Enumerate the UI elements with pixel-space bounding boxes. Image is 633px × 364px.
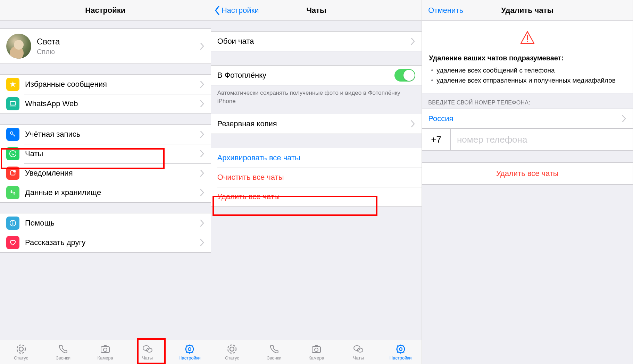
- tab-settings[interactable]: Настройки: [387, 344, 415, 361]
- chevron-right-icon: [411, 120, 415, 127]
- phone-input[interactable]: [451, 129, 633, 150]
- row-label: Удалить все чаты: [217, 192, 416, 201]
- key-icon: [6, 128, 19, 141]
- chevron-right-icon: [200, 131, 205, 138]
- delete-chats-screen: Отменить Удалить чаты Удаление ваших чат…: [422, 0, 633, 364]
- nav-title: Удалить чаты: [501, 6, 553, 15]
- row-help[interactable]: Помощь: [0, 213, 211, 233]
- tab-label: Камера: [98, 355, 113, 361]
- row-label: Чаты: [25, 149, 200, 158]
- tab-label: Звонки: [267, 355, 282, 361]
- profile-status: Сплю: [37, 48, 200, 56]
- row-label: Резервная копия: [217, 119, 411, 128]
- row-label: Избранные сообщения: [25, 80, 200, 89]
- tab-calls[interactable]: Звонки: [260, 344, 288, 361]
- row-tell-a-friend[interactable]: Рассказать другу: [0, 233, 211, 252]
- laptop-icon: [6, 97, 19, 110]
- country-label: Россия: [428, 114, 622, 123]
- chevron-right-icon: [200, 220, 205, 227]
- back-label: Настройки: [222, 6, 259, 15]
- back-button[interactable]: Настройки: [215, 6, 259, 15]
- row-label: WhatsApp Web: [25, 99, 200, 108]
- star-icon: [6, 78, 19, 91]
- settings-screen: Настройки Света Сплю Избранные сообщения…: [0, 0, 211, 364]
- avatar: [6, 34, 31, 59]
- row-label: Данные и хранилище: [25, 188, 200, 197]
- chevron-right-icon: [200, 189, 205, 196]
- navbar: Отменить Удалить чаты: [422, 0, 633, 21]
- heart-icon: [6, 236, 19, 249]
- chats-settings-screen: Настройки Чаты Обои чата В Фотоплёнку Ав…: [211, 0, 422, 364]
- row-save-to-camera-roll[interactable]: В Фотоплёнку: [211, 66, 422, 85]
- warning-icon: [422, 21, 633, 49]
- whatsapp-icon: [6, 147, 19, 160]
- enter-phone-label: ВВЕДИТЕ СВОЙ НОМЕР ТЕЛЕФОНА:: [422, 93, 633, 109]
- nav-title: Чаты: [306, 6, 326, 15]
- tabbar: Статус Звонки Камера Чаты Настройки: [211, 340, 422, 364]
- navbar: Настройки: [0, 0, 211, 21]
- tab-label: Чаты: [353, 355, 364, 361]
- nav-title: Настройки: [85, 6, 125, 15]
- row-label: В Фотоплёнку: [217, 71, 395, 80]
- navbar: Настройки Чаты: [211, 0, 422, 21]
- row-label: Очистить все чаты: [217, 173, 416, 182]
- phone-row: +7: [422, 128, 633, 151]
- row-country[interactable]: Россия: [422, 109, 633, 128]
- row-label: Архивировать все чаты: [217, 153, 416, 162]
- chevron-right-icon: [411, 38, 415, 45]
- row-label: Помощь: [25, 219, 200, 228]
- chevron-right-icon: [200, 81, 205, 88]
- tab-camera[interactable]: Камера: [91, 344, 119, 361]
- profile-row[interactable]: Света Сплю: [0, 28, 211, 64]
- tab-status[interactable]: Статус: [218, 344, 246, 361]
- row-account[interactable]: Учётная запись: [0, 125, 211, 144]
- row-label: Обои чата: [217, 37, 411, 46]
- row-starred-messages[interactable]: Избранные сообщения: [0, 75, 211, 94]
- tab-label: Камера: [308, 355, 324, 361]
- row-backup[interactable]: Резервная копия: [211, 114, 422, 134]
- warning-item: удаление всех сообщений с телефона: [431, 66, 624, 76]
- chevron-right-icon: [200, 239, 205, 246]
- chevron-right-icon: [200, 150, 205, 157]
- info-icon: [6, 217, 19, 230]
- tab-label: Настройки: [390, 355, 412, 361]
- chevron-right-icon: [200, 43, 205, 50]
- row-clear-all-chats[interactable]: Очистить все чаты: [211, 168, 422, 187]
- chevron-right-icon: [622, 115, 626, 122]
- phone-prefix: +7: [422, 129, 451, 150]
- tab-chats[interactable]: Чаты: [134, 344, 161, 361]
- row-label: Учётная запись: [25, 130, 200, 139]
- tab-settings[interactable]: Настройки: [176, 344, 203, 361]
- row-label: Уведомления: [25, 169, 200, 178]
- tab-label: Чаты: [142, 355, 153, 361]
- data-arrows-icon: [6, 186, 19, 199]
- chevron-right-icon: [200, 100, 205, 107]
- delete-all-chats-button[interactable]: Удалить все чаты: [422, 162, 633, 185]
- camera-roll-footer: Автоматически сохранять полученные фото …: [211, 85, 422, 109]
- row-whatsapp-web[interactable]: WhatsApp Web: [0, 94, 211, 113]
- notifications-icon: [6, 167, 19, 180]
- row-label: Рассказать другу: [25, 238, 200, 247]
- cancel-button[interactable]: Отменить: [428, 6, 463, 15]
- tab-label: Настройки: [178, 355, 201, 361]
- tab-status[interactable]: Статус: [7, 344, 35, 361]
- row-notifications[interactable]: Уведомления: [0, 163, 211, 183]
- tab-camera[interactable]: Камера: [302, 344, 330, 361]
- row-data-storage[interactable]: Данные и хранилище: [0, 183, 211, 202]
- row-chat-wallpaper[interactable]: Обои чата: [211, 32, 422, 51]
- warning-item: удаление всех отправленных и полученных …: [431, 76, 624, 86]
- row-chats[interactable]: Чаты: [0, 144, 211, 163]
- profile-name: Света: [37, 37, 200, 46]
- row-delete-all-chats[interactable]: Удалить все чаты: [211, 187, 422, 206]
- tab-chats[interactable]: Чаты: [344, 344, 372, 361]
- warning-heading: Удаление ваших чатов подразумевает:: [422, 49, 633, 66]
- row-archive-all-chats[interactable]: Архивировать все чаты: [211, 148, 422, 168]
- tabbar: Статус Звонки Камера Чаты Настройки: [0, 340, 211, 364]
- tab-label: Статус: [225, 355, 239, 361]
- chevron-right-icon: [200, 170, 205, 177]
- switch-camera-roll[interactable]: [394, 69, 415, 82]
- tab-label: Звонки: [56, 355, 70, 361]
- tab-calls[interactable]: Звонки: [49, 344, 77, 361]
- tab-label: Статус: [14, 355, 28, 361]
- warning-list: удаление всех сообщений с телефона удале…: [422, 66, 633, 93]
